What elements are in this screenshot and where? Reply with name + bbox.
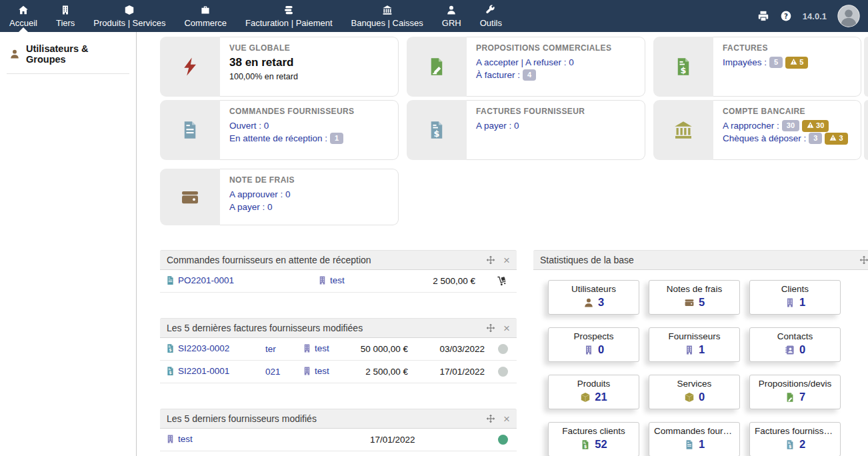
- widget-supplier-orders-awaiting: Commandes fournisseurs en attente de réc…: [160, 250, 517, 293]
- proposals-to-bill-link[interactable]: À facturer :: [476, 70, 520, 80]
- invoice-ref-link[interactable]: $SI2201-0001: [165, 366, 229, 376]
- supplier-link[interactable]: test: [165, 434, 193, 444]
- checks-to-deposit-link[interactable]: Chèques à déposer :: [723, 133, 806, 143]
- proposal-icon: [785, 392, 795, 403]
- avatar[interactable]: [837, 5, 860, 27]
- stat-label: Produits: [549, 379, 639, 389]
- stat-box-clients[interactable]: Clients 1: [749, 280, 841, 315]
- close-icon[interactable]: ×: [503, 255, 510, 266]
- order-ref-link[interactable]: PO2201-0001: [165, 275, 234, 285]
- nav-label: Produits | Services: [93, 18, 165, 28]
- proposals-accept-refuse-link[interactable]: A accepter | A refuser : 0: [476, 57, 574, 67]
- move-icon[interactable]: [486, 414, 495, 423]
- building-icon: [60, 5, 71, 15]
- count-badge[interactable]: 3: [809, 133, 822, 144]
- building-icon: [165, 434, 175, 444]
- stat-box-fournisseurs[interactable]: Fournisseurs 1: [649, 327, 740, 362]
- svg-text:$: $: [789, 444, 792, 449]
- stat-box-commandes-fournisseurs[interactable]: Commandes fournisseurs 1: [649, 422, 740, 456]
- count-badge[interactable]: 30: [782, 120, 799, 131]
- card-iconbox: [160, 169, 220, 225]
- invoice-label-link[interactable]: 021: [265, 367, 281, 377]
- nav-item-accueil[interactable]: Accueil: [0, 0, 47, 32]
- amount-cell: 2 500,00 €: [328, 367, 408, 377]
- card-body: FACTURES FOURNISSEUR A payer : 0: [467, 100, 645, 160]
- warning-badge[interactable]: 3: [825, 133, 847, 145]
- stat-box-factures-clients[interactable]: Factures clients $52: [548, 422, 639, 456]
- table-row: PO2201-0001 test 2 500,00 €: [160, 270, 517, 293]
- card-title: NOTE DE FRAIS: [229, 175, 389, 185]
- stat-box-contacts[interactable]: Contacts 0: [749, 327, 841, 362]
- nav-item-facturation-paiement[interactable]: Facturation | Paiement: [236, 0, 342, 32]
- card-body: COMMANDES FOURNISSEURS Ouvert : 0 En att…: [220, 100, 399, 160]
- nav-item-tiers[interactable]: Tiers: [47, 0, 84, 32]
- count-badge[interactable]: 5: [769, 57, 783, 68]
- count-badge[interactable]: 4: [523, 69, 536, 81]
- svg-text:$: $: [169, 347, 171, 353]
- nav-item-banques-caisses[interactable]: Banques | Caisses: [342, 0, 433, 32]
- supplier-invoice-icon: $: [785, 439, 795, 450]
- svg-text:?: ?: [784, 12, 788, 20]
- warning-count: 30: [816, 121, 824, 129]
- stat-box-utilisateurs[interactable]: Utilisateurs 3: [548, 280, 639, 315]
- card-body: FACTURES Impayées :55: [713, 37, 861, 97]
- stat-box-factures-fournisseurs[interactable]: Factures fournisseurs $2: [749, 422, 841, 456]
- to-pay-link[interactable]: A payer : 0: [476, 121, 519, 131]
- stat-box-prospects[interactable]: Prospects 0: [548, 327, 639, 362]
- count-badge[interactable]: 1: [330, 133, 343, 144]
- nav-item-outils[interactable]: Outils: [471, 0, 511, 32]
- thirdparty-cell: test: [317, 275, 375, 287]
- close-icon[interactable]: ×: [503, 323, 510, 334]
- widget-title: Les 5 derniers fournisseurs modifiés: [167, 413, 486, 424]
- stat-value: 7: [799, 391, 805, 403]
- card-iconbox: [160, 37, 220, 97]
- print-icon[interactable]: [757, 10, 769, 22]
- stat-label: Factures fournisseurs: [750, 426, 840, 436]
- nav-item-produits-services[interactable]: Produits | Services: [84, 0, 175, 32]
- card-factures: $ FACTURES Impayées :55: [653, 37, 861, 97]
- warning-icon: [790, 58, 797, 67]
- awaiting-reception-link[interactable]: En attente de réception :: [229, 133, 327, 143]
- open-orders-link[interactable]: Ouvert : 0: [229, 121, 269, 131]
- stat-box-produits[interactable]: Produits 21: [548, 375, 639, 409]
- to-approve-link[interactable]: A approuver : 0: [229, 189, 291, 199]
- date-cell: 17/01/2022: [415, 367, 485, 377]
- proposal-icon: [427, 57, 447, 77]
- invoice-label-link[interactable]: ter: [265, 344, 276, 354]
- move-icon[interactable]: [859, 255, 868, 265]
- sidebar-item-utilisateurs-groupes[interactable]: Utilisateurs & Groupes: [0, 32, 136, 73]
- thirdparty-link[interactable]: test: [317, 275, 345, 285]
- thirdparty-link[interactable]: test: [302, 366, 329, 376]
- stat-box-propositions-devis[interactable]: Propositions/devis 7: [749, 375, 841, 409]
- dolly-icon[interactable]: [497, 276, 507, 286]
- to-reconcile-link[interactable]: A rapprocher :: [723, 121, 779, 131]
- close-icon[interactable]: ×: [503, 413, 510, 425]
- supplier-order-icon: [165, 275, 175, 285]
- unpaid-invoices-link[interactable]: Impayées :: [723, 57, 767, 67]
- invoice-icon: $: [580, 439, 591, 450]
- warning-badge[interactable]: 30: [802, 120, 829, 132]
- thirdparty-link[interactable]: test: [302, 343, 329, 353]
- to-pay-link[interactable]: A payer : 0: [229, 202, 273, 212]
- warning-count: 5: [799, 58, 803, 66]
- partial-card-sliver: [864, 100, 868, 160]
- move-icon[interactable]: [486, 255, 495, 265]
- table-row: $SI2203-0002 ter test 50 000,00 € 03/03/…: [160, 338, 517, 361]
- stat-box-services[interactable]: Services 0: [649, 375, 740, 409]
- nav-label: Commerce: [184, 18, 227, 28]
- move-icon[interactable]: [486, 323, 495, 333]
- version-label: 14.0.1: [803, 11, 827, 21]
- card-title: PROPOSITIONS COMMERCIALES: [476, 43, 635, 53]
- card-title: FACTURES: [723, 43, 851, 53]
- stat-value: 52: [595, 438, 607, 451]
- stat-box-notes-de-frais[interactable]: Notes de frais 5: [649, 280, 740, 315]
- nav-item-commerce[interactable]: Commerce: [175, 0, 236, 32]
- late-percent: 100,00% en retard: [229, 71, 389, 83]
- invoice-ref-link[interactable]: $SI2203-0002: [165, 343, 229, 353]
- status-cell: [494, 344, 511, 354]
- nav-item-grh[interactable]: GRH: [433, 0, 471, 32]
- card-title: FACTURES FOURNISSEUR: [476, 107, 635, 116]
- status-cell: [494, 435, 511, 445]
- warning-badge[interactable]: 5: [785, 57, 808, 69]
- help-icon[interactable]: ?: [780, 10, 792, 22]
